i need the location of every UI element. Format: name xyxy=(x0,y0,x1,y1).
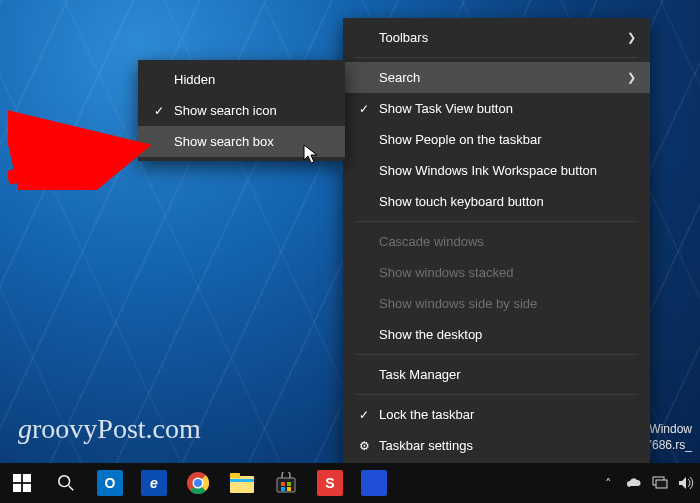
edge-icon: e xyxy=(141,470,167,496)
menu-taskbar-settings[interactable]: ⚙ Taskbar settings xyxy=(343,430,650,461)
snagit-icon: S xyxy=(317,470,343,496)
svg-point-5 xyxy=(59,476,70,487)
chrome-icon xyxy=(186,471,210,495)
outlook-icon: O xyxy=(97,470,123,496)
menu-separator xyxy=(355,354,638,355)
chevron-right-icon: ❯ xyxy=(627,71,636,84)
check-icon: ✓ xyxy=(353,408,375,422)
watermark-text: ggroovyPost.comroovyPost.com xyxy=(18,413,201,445)
menu-separator xyxy=(355,221,638,222)
menu-show-task-view[interactable]: ✓ Show Task View button xyxy=(343,93,650,124)
svg-rect-2 xyxy=(23,474,31,482)
taskbar-app-chrome[interactable] xyxy=(176,463,220,503)
menu-separator xyxy=(355,57,638,58)
menu-label: Show the desktop xyxy=(375,327,636,342)
taskbar-app-snagit[interactable]: S xyxy=(308,463,352,503)
svg-rect-3 xyxy=(13,484,21,492)
gear-icon: ⚙ xyxy=(353,439,375,453)
menu-label: Task Manager xyxy=(375,367,636,382)
menu-label: Hidden xyxy=(170,72,331,87)
windows-logo-icon xyxy=(13,474,31,492)
menu-label: Show windows side by side xyxy=(375,296,636,311)
menu-show-desktop[interactable]: Show the desktop xyxy=(343,319,650,350)
search-submenu: Hidden ✓ Show search icon Show search bo… xyxy=(138,60,345,161)
search-icon xyxy=(57,474,75,492)
svg-rect-4 xyxy=(23,484,31,492)
taskbar-app-store[interactable] xyxy=(264,463,308,503)
svg-rect-12 xyxy=(230,476,254,493)
menu-label: Taskbar settings xyxy=(375,438,636,453)
taskbar-app-outlook[interactable]: O xyxy=(88,463,132,503)
check-icon: ✓ xyxy=(353,102,375,116)
menu-toolbars[interactable]: Toolbars ❯ xyxy=(343,22,650,53)
taskbar-app-generic[interactable] xyxy=(352,463,396,503)
system-tray: ˄ xyxy=(600,463,700,503)
tray-onedrive-icon[interactable] xyxy=(626,475,642,491)
app-icon xyxy=(361,470,387,496)
chevron-right-icon: ❯ xyxy=(627,31,636,44)
menu-label: Show touch keyboard button xyxy=(375,194,636,209)
taskbar-app-edge[interactable]: e xyxy=(132,463,176,503)
svg-rect-16 xyxy=(281,482,285,486)
tray-volume-icon[interactable] xyxy=(678,475,694,491)
menu-cascade-windows: Cascade windows xyxy=(343,226,650,257)
search-icon-button[interactable] xyxy=(44,463,88,503)
menu-label: Show search icon xyxy=(170,103,331,118)
submenu-show-search-icon[interactable]: ✓ Show search icon xyxy=(138,95,345,126)
taskbar-left: O e S xyxy=(0,463,396,503)
svg-rect-14 xyxy=(230,479,254,482)
menu-show-ink[interactable]: Show Windows Ink Workspace button xyxy=(343,155,650,186)
taskbar: O e S ˄ xyxy=(0,463,700,503)
menu-label: Toolbars xyxy=(375,30,603,45)
check-icon: ✓ xyxy=(148,104,170,118)
svg-line-6 xyxy=(69,486,74,491)
start-button[interactable] xyxy=(0,463,44,503)
taskbar-app-explorer[interactable] xyxy=(220,463,264,503)
menu-show-touch-keyboard[interactable]: Show touch keyboard button xyxy=(343,186,650,217)
submenu-hidden[interactable]: Hidden xyxy=(138,64,345,95)
menu-show-stacked: Show windows stacked xyxy=(343,257,650,288)
menu-label: Show Task View button xyxy=(375,101,636,116)
svg-rect-21 xyxy=(656,480,667,488)
svg-rect-1 xyxy=(13,474,21,482)
tray-network-icon[interactable] xyxy=(652,475,668,491)
svg-rect-18 xyxy=(281,487,285,491)
menu-side-by-side: Show windows side by side xyxy=(343,288,650,319)
menu-label: Cascade windows xyxy=(375,234,636,249)
menu-task-manager[interactable]: Task Manager xyxy=(343,359,650,390)
menu-label: Show search box xyxy=(170,134,331,149)
menu-label: Show windows stacked xyxy=(375,265,636,280)
taskbar-context-menu: Toolbars ❯ Search ❯ ✓ Show Task View but… xyxy=(343,18,650,465)
menu-label: Search xyxy=(375,70,603,85)
file-explorer-icon xyxy=(230,473,254,493)
svg-point-11 xyxy=(194,479,202,487)
desktop: ggroovyPost.comroovyPost.com Window 1768… xyxy=(0,0,700,503)
svg-rect-17 xyxy=(287,482,291,486)
svg-rect-15 xyxy=(277,478,295,492)
svg-rect-19 xyxy=(287,487,291,491)
svg-rect-13 xyxy=(230,473,240,478)
store-icon xyxy=(275,472,297,494)
menu-label: Lock the taskbar xyxy=(375,407,636,422)
menu-label: Show People on the taskbar xyxy=(375,132,636,147)
menu-label: Show Windows Ink Workspace button xyxy=(375,163,636,178)
menu-search[interactable]: Search ❯ xyxy=(343,62,650,93)
menu-lock-taskbar[interactable]: ✓ Lock the taskbar xyxy=(343,399,650,430)
menu-show-people[interactable]: Show People on the taskbar xyxy=(343,124,650,155)
menu-separator xyxy=(355,394,638,395)
submenu-show-search-box[interactable]: Show search box xyxy=(138,126,345,157)
tray-chevron-up-icon[interactable]: ˄ xyxy=(600,475,616,491)
